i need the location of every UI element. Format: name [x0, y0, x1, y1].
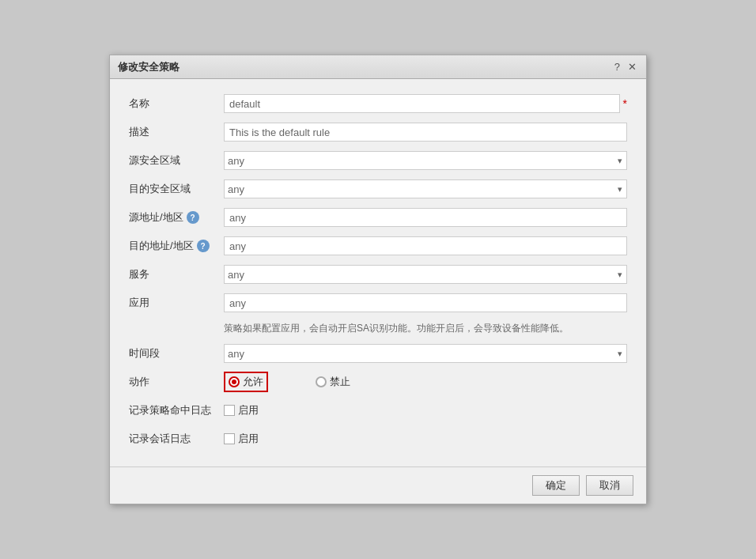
src-addr-row: 源地址/地区 ?: [129, 207, 627, 228]
dialog-body: 名称 * 描述 源安全区域 any: [110, 79, 646, 466]
name-control: *: [224, 94, 627, 113]
log-session-control: 启用: [224, 432, 627, 446]
log-session-label: 记录会话日志: [129, 432, 224, 446]
dst-addr-control: [224, 236, 627, 255]
log-policy-row: 记录策略命中日志 启用: [129, 400, 627, 421]
log-session-row: 记录会话日志 启用: [129, 429, 627, 449]
time-row: 时间段 any: [129, 343, 627, 364]
deny-radio-item[interactable]: 禁止: [316, 375, 350, 389]
app-notice: 策略如果配置应用，会自动开启SA识别功能。功能开启后，会导致设备性能降低。: [129, 321, 627, 335]
log-policy-checkbox-label: 启用: [238, 403, 259, 417]
desc-control: [224, 123, 627, 142]
log-session-checkbox-item[interactable]: 启用: [224, 432, 627, 446]
log-session-checkbox-label: 启用: [238, 432, 259, 446]
dialog-title: 修改安全策略: [118, 60, 180, 74]
src-addr-input[interactable]: [224, 208, 627, 227]
service-label: 服务: [129, 267, 224, 281]
desc-label: 描述: [129, 125, 224, 139]
desc-input[interactable]: [224, 123, 627, 142]
action-radio-group: 允许 禁止: [224, 372, 627, 392]
titlebar-controls: ? ✕: [613, 61, 638, 73]
name-label: 名称: [129, 96, 224, 111]
allow-label: 允许: [243, 375, 263, 389]
required-star: *: [623, 97, 627, 110]
src-zone-select[interactable]: any: [224, 151, 627, 170]
dst-addr-row: 目的地址/地区 ?: [129, 236, 627, 256]
close-button[interactable]: ✕: [626, 61, 638, 73]
src-addr-control: [224, 208, 627, 227]
name-row: 名称 *: [129, 93, 627, 114]
allow-radio-item[interactable]: 允许: [229, 375, 263, 389]
log-policy-checkbox[interactable]: [224, 405, 235, 416]
src-addr-help-icon[interactable]: ?: [187, 211, 199, 224]
deny-label: 禁止: [330, 375, 350, 389]
app-label: 应用: [129, 296, 224, 310]
dst-zone-control: any: [224, 179, 627, 198]
dst-addr-help-icon[interactable]: ?: [197, 240, 210, 252]
name-input-group: *: [224, 94, 627, 113]
dst-zone-label: 目的安全区域: [129, 182, 224, 196]
src-zone-select-wrapper: any: [224, 151, 627, 170]
dst-addr-input[interactable]: [224, 236, 627, 255]
dst-zone-select[interactable]: any: [224, 179, 627, 198]
dst-zone-row: 目的安全区域 any: [129, 179, 627, 199]
time-control: any: [224, 344, 627, 363]
allow-radio[interactable]: [229, 376, 240, 387]
service-select[interactable]: any: [224, 265, 627, 284]
modify-policy-dialog: 修改安全策略 ? ✕ 名称 * 描述 源安全区域: [109, 55, 647, 504]
action-label: 动作: [129, 375, 224, 389]
time-select-wrapper: any: [224, 344, 627, 363]
src-zone-control: any: [224, 151, 627, 170]
allow-option-box: 允许: [224, 372, 268, 392]
service-row: 服务 any: [129, 264, 627, 285]
log-session-checkbox[interactable]: [224, 433, 235, 444]
time-select[interactable]: any: [224, 344, 627, 363]
dst-zone-select-wrapper: any: [224, 179, 627, 198]
action-control: 允许 禁止: [224, 372, 627, 392]
deny-radio[interactable]: [316, 376, 327, 387]
app-control: [224, 293, 627, 312]
log-policy-label: 记录策略命中日志: [129, 403, 224, 417]
desc-row: 描述: [129, 122, 627, 142]
app-row: 应用: [129, 293, 627, 313]
service-control: any: [224, 265, 627, 284]
dst-addr-label: 目的地址/地区 ?: [129, 239, 224, 253]
cancel-button[interactable]: 取消: [586, 475, 633, 496]
dialog-titlebar: 修改安全策略 ? ✕: [110, 55, 646, 79]
time-label: 时间段: [129, 346, 224, 361]
dialog-footer: 确定 取消: [110, 466, 646, 504]
log-policy-checkbox-item[interactable]: 启用: [224, 403, 627, 417]
log-policy-control: 启用: [224, 403, 627, 417]
src-zone-label: 源安全区域: [129, 153, 224, 168]
name-input[interactable]: [224, 94, 620, 113]
src-addr-label: 源地址/地区 ?: [129, 210, 224, 225]
action-row: 动作 允许 禁止: [129, 372, 627, 392]
app-input[interactable]: [224, 293, 627, 312]
service-select-wrapper: any: [224, 265, 627, 284]
src-zone-row: 源安全区域 any: [129, 150, 627, 171]
help-button[interactable]: ?: [613, 61, 622, 73]
confirm-button[interactable]: 确定: [532, 475, 580, 496]
